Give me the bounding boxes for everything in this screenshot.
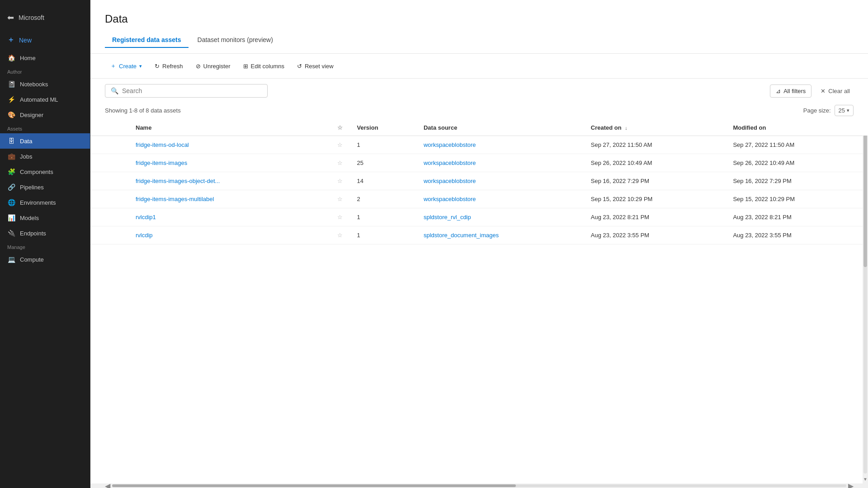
plus-icon: ＋ (110, 62, 116, 70)
plus-icon: ＋ (7, 35, 14, 45)
row-name-cell[interactable]: fridge-items-od-local (108, 136, 330, 154)
section-label-manage: Manage (0, 241, 90, 252)
row-created-cell: Aug 23, 2022 3:55 PM (584, 226, 726, 244)
scroll-thumb[interactable] (112, 484, 516, 487)
sidebar-item-label: Environments (20, 199, 56, 206)
automated-ml-icon: ⚡ (7, 95, 15, 103)
sidebar-item-home[interactable]: 🏠 Home (0, 50, 90, 66)
sidebar-item-designer[interactable]: 🎨 Designer (0, 107, 90, 122)
row-star-cell[interactable]: ☆ (330, 136, 350, 154)
tab-registered-data-assets[interactable]: Registered data assets (105, 33, 189, 48)
page-size-select[interactable]: 25 ▾ (835, 105, 854, 116)
row-star-cell[interactable]: ☆ (330, 172, 350, 190)
row-name-cell[interactable]: fridge-items-images-object-det... (108, 172, 330, 190)
row-version-cell: 14 (350, 172, 416, 190)
data-icon: 🗄 (7, 137, 15, 145)
row-modified-cell: Sep 16, 2022 7:29 PM (726, 172, 868, 190)
section-label-assets: Assets (0, 122, 90, 133)
row-star-cell[interactable]: ☆ (330, 208, 350, 226)
row-checkbox-cell (90, 136, 108, 154)
col-checkbox (90, 120, 108, 136)
scroll-track (112, 484, 846, 487)
sidebar-item-data[interactable]: 🗄 Data (0, 133, 90, 149)
scroll-thumb[interactable] (863, 130, 867, 267)
sort-arrow-icon: ↓ (625, 125, 627, 131)
table-row: fridge-items-images ☆ 25 workspaceblobst… (90, 154, 868, 172)
create-button[interactable]: ＋ Create ▾ (105, 59, 147, 73)
new-button[interactable]: ＋ New (0, 32, 90, 48)
row-datasource-cell[interactable]: workspaceblobstore (416, 172, 584, 190)
designer-icon: 🎨 (7, 111, 15, 119)
row-name-cell[interactable]: fridge-items-images (108, 154, 330, 172)
row-name-cell[interactable]: rvlcdip1 (108, 208, 330, 226)
sidebar-item-components[interactable]: 🧩 Components (0, 164, 90, 179)
clear-all-button[interactable]: ✕ Clear all (817, 85, 854, 97)
search-box[interactable]: 🔍 (105, 84, 268, 98)
row-created-cell: Sep 26, 2022 10:49 AM (584, 154, 726, 172)
environments-icon: 🌐 (7, 198, 15, 206)
sidebar-item-endpoints[interactable]: 🔌 Endpoints (0, 225, 90, 241)
row-modified-cell: Sep 27, 2022 11:50 AM (726, 136, 868, 154)
sidebar-item-models[interactable]: 📊 Models (0, 210, 90, 225)
search-input[interactable] (122, 87, 262, 94)
row-datasource-cell[interactable]: workspaceblobstore (416, 154, 584, 172)
sidebar-item-compute[interactable]: 💻 Compute (0, 252, 90, 267)
filter-icon: ⊿ (776, 88, 781, 94)
row-star-cell[interactable]: ☆ (330, 226, 350, 244)
col-created-on[interactable]: Created on ↓ (584, 120, 726, 136)
row-created-cell: Sep 16, 2022 7:29 PM (584, 172, 726, 190)
horizontal-scrollbar[interactable]: ◀ ▶ (90, 483, 868, 488)
table-container: Name ☆ Version Data source Created on ↓ … (90, 120, 868, 483)
search-filter-row: 🔍 ⊿ All filters ✕ Clear all (90, 79, 868, 103)
col-name[interactable]: Name (108, 120, 330, 136)
sidebar-item-environments[interactable]: 🌐 Environments (0, 195, 90, 210)
row-name-cell[interactable]: rvlcdip (108, 226, 330, 244)
refresh-button[interactable]: ↻ Refresh (149, 60, 189, 72)
chevron-down-icon: ▾ (847, 108, 849, 113)
main-header: Data Registered data assets Dataset moni… (90, 0, 868, 54)
scroll-down-button[interactable]: ▼ (863, 474, 868, 483)
table-row: fridge-items-images-multilabel ☆ 2 works… (90, 190, 868, 208)
row-created-cell: Sep 15, 2022 10:29 PM (584, 190, 726, 208)
row-datasource-cell[interactable]: spldstore_rvl_cdip (416, 208, 584, 226)
sidebar-item-label: Compute (20, 256, 44, 263)
sidebar-item-label: Notebooks (20, 81, 48, 88)
sidebar-item-label: Automated ML (20, 96, 58, 103)
scroll-track (863, 130, 867, 474)
row-modified-cell: Sep 26, 2022 10:49 AM (726, 154, 868, 172)
all-filters-button[interactable]: ⊿ All filters (770, 84, 811, 98)
models-icon: 📊 (7, 214, 15, 222)
page-size-label: Page size: (803, 107, 831, 114)
row-datasource-cell[interactable]: workspaceblobstore (416, 136, 584, 154)
tab-dataset-monitors[interactable]: Dataset monitors (preview) (190, 33, 280, 48)
sidebar-logo: ⬅ Microsoft (0, 7, 90, 32)
row-checkbox-cell (90, 190, 108, 208)
vertical-scrollbar[interactable]: ▲ ▼ (863, 120, 868, 483)
row-modified-cell: Aug 23, 2022 3:55 PM (726, 226, 868, 244)
unregister-button[interactable]: ⊘ Unregister (190, 60, 236, 72)
sidebar-item-label: Models (20, 215, 39, 221)
sidebar-item-jobs[interactable]: 💼 Jobs (0, 149, 90, 164)
row-checkbox-cell (90, 154, 108, 172)
row-star-cell[interactable]: ☆ (330, 190, 350, 208)
table-row: rvlcdip ☆ 1 spldstore_document_images Au… (90, 226, 868, 244)
row-datasource-cell[interactable]: spldstore_document_images (416, 226, 584, 244)
sidebar-item-automated-ml[interactable]: ⚡ Automated ML (0, 92, 90, 107)
showing-text: Showing 1-8 of 8 data assets (105, 107, 181, 114)
filter-area: ⊿ All filters ✕ Clear all (770, 84, 854, 98)
row-modified-cell: Sep 15, 2022 10:29 PM (726, 190, 868, 208)
compute-icon: 💻 (7, 255, 15, 263)
row-checkbox-cell (90, 172, 108, 190)
row-datasource-cell[interactable]: workspaceblobstore (416, 190, 584, 208)
edit-columns-button[interactable]: ⊞ Edit columns (238, 60, 290, 72)
row-created-cell: Sep 27, 2022 11:50 AM (584, 136, 726, 154)
sidebar-logo-label: Microsoft (19, 14, 44, 21)
reset-view-button[interactable]: ↺ Reset view (292, 60, 339, 72)
row-name-cell[interactable]: fridge-items-images-multilabel (108, 190, 330, 208)
sidebar-item-label: Jobs (20, 153, 32, 160)
sidebar-item-notebooks[interactable]: 📓 Notebooks (0, 76, 90, 92)
section-label-author: Author (0, 66, 90, 76)
sidebar-item-pipelines[interactable]: 🔗 Pipelines (0, 179, 90, 195)
endpoints-icon: 🔌 (7, 229, 15, 237)
row-star-cell[interactable]: ☆ (330, 154, 350, 172)
